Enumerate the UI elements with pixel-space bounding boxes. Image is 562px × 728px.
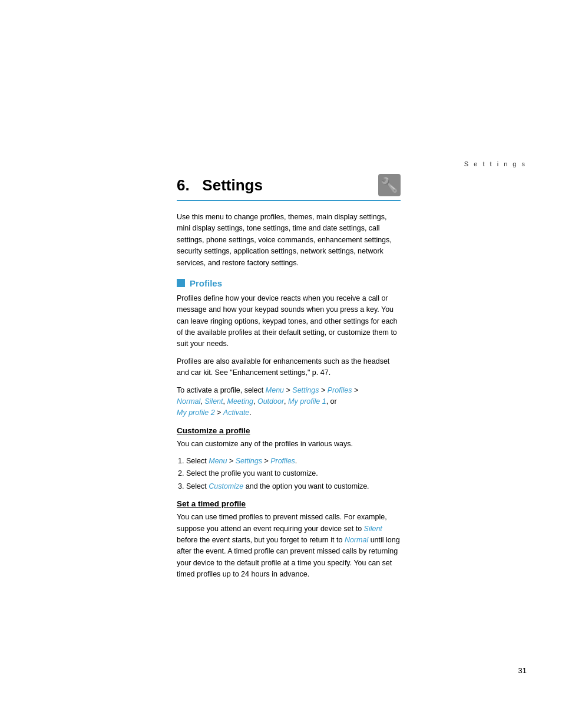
profiles-body1: Profiles define how your device reacts w…: [177, 293, 401, 350]
timed-link-normal: Normal: [345, 536, 368, 544]
profiles-activate-text: To activate a profile, select Menu > Set…: [177, 385, 401, 419]
page: S e t t i n g s 6. Settings 🔧 Use this m…: [0, 0, 562, 728]
page-number: 31: [518, 666, 527, 675]
profiles-square-icon: [177, 279, 185, 287]
link-meeting: Meeting: [227, 397, 253, 406]
chapter-number: 6.: [177, 176, 190, 194]
profiles-title: Profiles: [190, 278, 222, 288]
link-silent: Silent: [204, 397, 223, 406]
customize-step-1: Select Menu > Settings > Profiles.: [186, 456, 401, 467]
step1-link-settings: Settings: [236, 457, 262, 465]
step3-link-customize: Customize: [209, 482, 243, 490]
customize-heading: Customize a profile: [177, 426, 401, 435]
profiles-body2: Profiles are also available for enhancem…: [177, 356, 401, 379]
link-myprofile2: My profile 2: [177, 409, 215, 417]
timed-link-silent: Silent: [364, 525, 382, 533]
timed-body: You can use timed profiles to prevent mi…: [177, 512, 401, 580]
timed-heading: Set a timed profile: [177, 499, 401, 508]
link-outdoor: Outdoor: [257, 397, 284, 406]
page-header-label: S e t t i n g s: [464, 159, 527, 168]
chapter-icon: 🔧: [378, 174, 401, 196]
content-area: 6. Settings 🔧 Use this menu to change pr…: [177, 174, 401, 586]
link-activate: Activate: [223, 409, 249, 417]
customize-step-3: Select Customize and the option you want…: [186, 481, 401, 492]
link-profiles: Profiles: [328, 386, 352, 394]
section-label: S e t t i n g s: [464, 160, 527, 167]
customize-steps-list: Select Menu > Settings > Profiles. Selec…: [186, 456, 401, 492]
intro-paragraph: Use this menu to change profiles, themes…: [177, 212, 401, 269]
chapter-name: Settings: [202, 176, 263, 194]
chapter-title: 6. Settings: [177, 176, 263, 195]
step1-link-menu: Menu: [209, 457, 227, 465]
link-menu: Menu: [266, 386, 284, 394]
customize-body: You can customize any of the profiles in…: [177, 439, 401, 450]
profiles-section-heading: Profiles: [177, 278, 401, 288]
link-settings: Settings: [292, 386, 319, 394]
link-myprofile1: My profile 1: [288, 397, 326, 406]
customize-step-2: Select the profile you want to customize…: [186, 468, 401, 479]
chapter-header: 6. Settings 🔧: [177, 174, 401, 201]
step1-link-profiles: Profiles: [270, 457, 295, 465]
link-normal: Normal: [177, 397, 200, 406]
